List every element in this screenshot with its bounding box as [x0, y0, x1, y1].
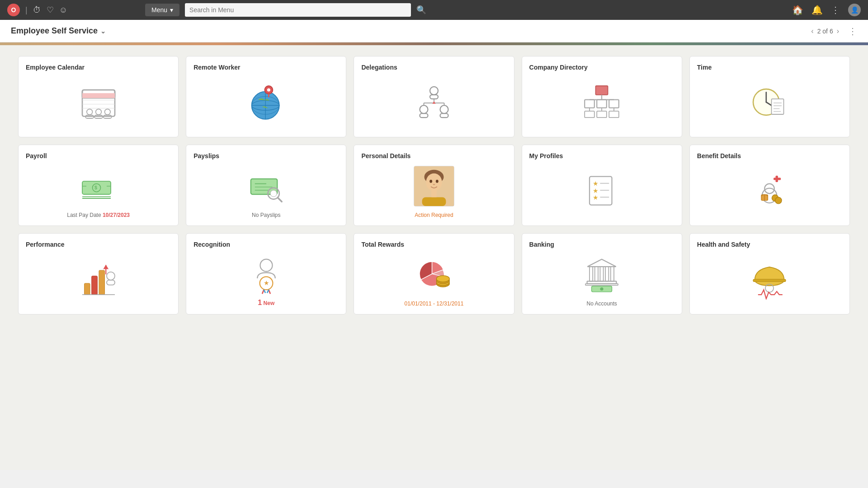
svg-rect-42: [597, 111, 607, 117]
banking-subtitle: No Accounts: [587, 300, 617, 307]
nav-divider: |: [25, 5, 28, 15]
svg-point-20: [430, 87, 438, 95]
home-icon[interactable]: 🏠: [792, 5, 803, 15]
svg-rect-2: [82, 93, 115, 98]
tile-performance[interactable]: Performance: [18, 233, 179, 314]
svg-point-6: [86, 109, 92, 115]
svg-point-69: [429, 180, 432, 183]
payroll-icon: $: [78, 163, 119, 209]
svg-rect-108: [595, 267, 598, 281]
benefits-icon: [749, 163, 790, 218]
tile-personal-details[interactable]: Personal Details: [354, 145, 514, 226]
svg-point-8: [95, 109, 101, 115]
avatar-icon: 👤: [851, 6, 859, 14]
tile-benefit-details[interactable]: Benefit Details: [689, 145, 850, 226]
logo-text: O: [11, 6, 16, 14]
menu-button[interactable]: Menu ▾: [145, 4, 179, 16]
badge-number: 1: [258, 299, 262, 306]
svg-rect-31: [596, 86, 608, 95]
dropdown-arrow-icon[interactable]: ⌄: [100, 28, 106, 35]
menu-label: Menu: [151, 6, 167, 14]
svg-point-18: [267, 88, 270, 91]
svg-rect-111: [611, 267, 614, 281]
favorites-icon[interactable]: ♡: [47, 5, 54, 15]
svg-rect-113: [585, 284, 618, 286]
accessibility-icon[interactable]: ☺: [59, 5, 67, 15]
tile-title: Total Rewards: [361, 241, 404, 248]
svg-point-92: [107, 272, 115, 280]
notifications-icon[interactable]: 🔔: [811, 5, 823, 15]
svg-rect-72: [431, 191, 437, 197]
more-options-icon[interactable]: ⋮: [831, 5, 840, 15]
tile-remote-worker[interactable]: Remote Worker: [186, 56, 346, 137]
svg-rect-117: [753, 279, 786, 282]
search-input[interactable]: [185, 3, 411, 17]
banking-icon: [581, 252, 622, 298]
svg-rect-93: [107, 280, 115, 285]
svg-line-101: [267, 290, 269, 293]
tile-company-directory[interactable]: Company Directory: [522, 56, 682, 137]
user-avatar[interactable]: 👤: [848, 4, 861, 16]
svg-rect-30: [440, 113, 448, 117]
svg-rect-110: [605, 267, 609, 281]
page-title[interactable]: Employee Self Service ⌄: [11, 26, 106, 36]
prev-page-button[interactable]: ‹: [811, 27, 813, 35]
last-pay-label: Last Pay Date: [67, 212, 103, 218]
tile-delegations[interactable]: Delegations: [354, 56, 514, 137]
svg-point-29: [440, 105, 448, 113]
tile-payroll[interactable]: Payroll $ Last Pay Date 10/27/2023: [18, 145, 179, 226]
org-chart-icon: [414, 75, 454, 130]
svg-rect-37: [609, 100, 619, 108]
menu-arrow: ▾: [170, 6, 173, 14]
tile-time[interactable]: Time: [689, 56, 850, 137]
svg-text:★: ★: [593, 187, 599, 194]
pagination-text: 2 of 6: [817, 28, 833, 35]
svg-rect-43: [609, 111, 619, 117]
next-page-button[interactable]: ›: [837, 27, 839, 35]
company-directory-icon: [581, 75, 622, 130]
recognition-badge: 1 New: [258, 299, 274, 307]
svg-point-87: [775, 197, 782, 203]
tile-title: Time: [697, 64, 712, 71]
svg-rect-83: [776, 176, 778, 182]
page-more-icon[interactable]: ⋮: [848, 26, 857, 37]
tile-banking[interactable]: Banking: [522, 233, 682, 314]
svg-point-105: [436, 276, 449, 282]
last-pay-date: 10/27/2023: [103, 212, 130, 218]
personal-details-subtitle: Action Required: [415, 212, 453, 218]
sub-header: Employee Self Service ⌄ ‹ 2 of 6 › ⋮: [0, 20, 868, 42]
tile-title: Personal Details: [361, 152, 410, 160]
tile-title: Remote Worker: [193, 64, 240, 71]
history-icon[interactable]: ⏱: [33, 5, 41, 15]
tile-my-profiles[interactable]: My Profiles ★ ★ ★: [522, 145, 682, 226]
svg-point-65: [270, 190, 277, 197]
svg-rect-28: [420, 113, 428, 117]
tile-title: Recognition: [193, 241, 230, 248]
total-rewards-icon: [414, 252, 454, 298]
total-rewards-subtitle: 01/01/2011 - 12/31/2011: [405, 300, 464, 307]
health-safety-icon: [749, 252, 790, 307]
tile-title: My Profiles: [529, 152, 563, 160]
tile-employee-calendar[interactable]: Employee Calendar: [18, 56, 179, 137]
tile-recognition[interactable]: Recognition ★ 1: [186, 233, 346, 314]
search-icon[interactable]: 🔍: [416, 5, 426, 15]
recognition-icon: ★: [246, 252, 287, 297]
svg-rect-71: [422, 197, 446, 206]
svg-rect-89: [91, 276, 97, 295]
app-logo[interactable]: O: [7, 4, 20, 16]
svg-line-64: [278, 197, 282, 202]
svg-rect-34: [585, 100, 594, 108]
profiles-icon: ★ ★ ★: [581, 163, 622, 218]
svg-text:★: ★: [593, 194, 599, 201]
performance-icon: [78, 252, 119, 307]
tile-title: Payroll: [26, 152, 47, 160]
badge-label: New: [264, 300, 275, 306]
calendar-icon: [78, 75, 119, 130]
tile-title: Delegations: [361, 64, 397, 71]
svg-point-70: [436, 180, 439, 183]
time-icon: [749, 75, 790, 130]
svg-line-100: [264, 290, 265, 293]
tile-health-safety[interactable]: Health and Safety: [689, 233, 850, 314]
tile-payslips[interactable]: Payslips No Payslips: [186, 145, 346, 226]
tile-total-rewards[interactable]: Total Rewards 01/01/2011 - 12/: [354, 233, 514, 314]
